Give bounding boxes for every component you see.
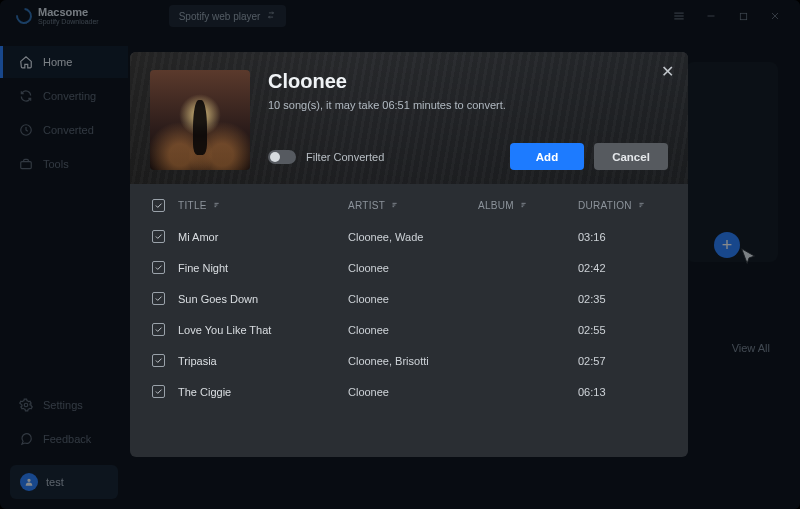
- cancel-button[interactable]: Cancel: [594, 143, 668, 170]
- cell-title: The Ciggie: [178, 386, 348, 398]
- cell-artist: Cloonee: [348, 386, 478, 398]
- table-row[interactable]: Love You Like ThatCloonee02:55: [130, 314, 688, 345]
- modal-header: Cloonee 10 song(s), it may take 06:51 mi…: [130, 52, 688, 184]
- row-checkbox[interactable]: [152, 323, 165, 336]
- col-album[interactable]: ALBUM: [478, 200, 578, 212]
- col-artist[interactable]: ARTIST: [348, 200, 478, 212]
- row-checkbox[interactable]: [152, 292, 165, 305]
- add-tracks-modal: ✕ Cloonee 10 song(s), it may take 06:51 …: [130, 52, 688, 457]
- filter-converted-toggle[interactable]: [268, 150, 296, 164]
- cell-duration: 02:55: [578, 324, 680, 336]
- filter-converted-label: Filter Converted: [306, 151, 384, 163]
- select-all-checkbox[interactable]: [152, 199, 165, 212]
- cell-duration: 02:57: [578, 355, 680, 367]
- cell-duration: 06:13: [578, 386, 680, 398]
- cell-title: Fine Night: [178, 262, 348, 274]
- cell-title: Sun Goes Down: [178, 293, 348, 305]
- modal-subtitle: 10 song(s), it may take 06:51 minutes to…: [268, 99, 668, 111]
- table-row[interactable]: Mi AmorCloonee, Wade03:16: [130, 221, 688, 252]
- cell-artist: Cloonee: [348, 293, 478, 305]
- row-checkbox[interactable]: [152, 230, 165, 243]
- cell-duration: 02:35: [578, 293, 680, 305]
- modal-close-button[interactable]: ✕: [656, 60, 678, 82]
- cell-duration: 03:16: [578, 231, 680, 243]
- table-row[interactable]: Sun Goes DownCloonee02:35: [130, 283, 688, 314]
- table-row[interactable]: The CiggieCloonee06:13: [130, 376, 688, 407]
- cell-title: Love You Like That: [178, 324, 348, 336]
- add-button[interactable]: Add: [510, 143, 584, 170]
- row-checkbox[interactable]: [152, 354, 165, 367]
- sort-icon: [519, 200, 529, 212]
- cell-artist: Cloonee: [348, 324, 478, 336]
- album-cover: [150, 70, 250, 170]
- cell-artist: Cloonee: [348, 262, 478, 274]
- modal-title: Cloonee: [268, 70, 668, 93]
- row-checkbox[interactable]: [152, 385, 165, 398]
- table-row[interactable]: Fine NightCloonee02:42: [130, 252, 688, 283]
- sort-icon: [637, 200, 647, 212]
- cell-title: Mi Amor: [178, 231, 348, 243]
- row-checkbox[interactable]: [152, 261, 165, 274]
- cell-duration: 02:42: [578, 262, 680, 274]
- col-duration[interactable]: DURATION: [578, 200, 680, 212]
- tracks-table-header: TITLE ARTIST ALBUM DURATION: [130, 190, 688, 221]
- app-window: Macsome Spotify Downloader Spotify web p…: [0, 0, 800, 509]
- table-row[interactable]: TripasiaCloonee, Brisotti02:57: [130, 345, 688, 376]
- tracks-table: TITLE ARTIST ALBUM DURATION Mi AmorCloon…: [130, 184, 688, 457]
- sort-icon: [212, 200, 222, 212]
- cell-title: Tripasia: [178, 355, 348, 367]
- cell-artist: Cloonee, Brisotti: [348, 355, 478, 367]
- sort-icon: [390, 200, 400, 212]
- cell-artist: Cloonee, Wade: [348, 231, 478, 243]
- col-title[interactable]: TITLE: [178, 200, 348, 212]
